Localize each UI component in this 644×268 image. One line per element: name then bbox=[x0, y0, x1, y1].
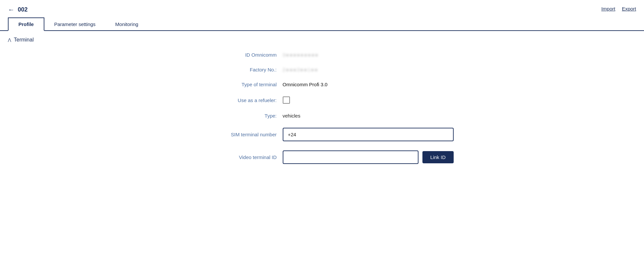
link-id-button[interactable]: Link ID bbox=[422, 151, 454, 163]
sim-row: SIM terminal number bbox=[0, 128, 644, 141]
tabs-container: Profile Parameter settings Monitoring bbox=[0, 17, 644, 31]
use-as-refueler-checkbox[interactable] bbox=[283, 96, 290, 104]
top-bar: ← 002 Import Export bbox=[0, 0, 644, 13]
type-value: vehicles bbox=[283, 113, 454, 119]
type-row: Type: vehicles bbox=[0, 113, 644, 119]
video-input-wrap: Link ID bbox=[283, 150, 454, 164]
factory-no-value: 2●●●3●●1●● bbox=[283, 67, 454, 72]
export-link[interactable]: Export bbox=[622, 6, 636, 12]
id-omnicomm-value: 3●●●●●●●●● bbox=[283, 52, 454, 58]
video-id-label: Video terminal ID bbox=[191, 154, 283, 160]
terminal-section-title: Terminal bbox=[14, 37, 34, 43]
terminal-section-header[interactable]: ⋀ Terminal bbox=[0, 31, 644, 49]
use-as-refueler-label: Use as a refueler: bbox=[191, 97, 283, 103]
type-of-terminal-label: Type of terminal bbox=[191, 82, 283, 87]
factory-no-label: Factory No.: bbox=[191, 67, 283, 72]
factory-no-row: Factory No.: 2●●●3●●1●● bbox=[0, 67, 644, 72]
sim-input[interactable] bbox=[283, 128, 454, 141]
back-button[interactable]: ← bbox=[8, 6, 14, 13]
chevron-up-icon: ⋀ bbox=[8, 38, 11, 42]
use-as-refueler-checkbox-wrap bbox=[283, 96, 454, 104]
type-of-terminal-value: Omnicomm Profi 3.0 bbox=[283, 82, 454, 87]
page-id: 002 bbox=[18, 6, 28, 13]
use-as-refueler-row: Use as a refueler: bbox=[0, 96, 644, 104]
sim-label: SIM terminal number bbox=[191, 132, 283, 137]
id-omnicomm-label: ID Omnicomm bbox=[191, 52, 283, 58]
top-actions: Import Export bbox=[601, 6, 636, 12]
tab-parameter-settings[interactable]: Parameter settings bbox=[44, 18, 106, 30]
video-id-row: Video terminal ID Link ID bbox=[0, 150, 644, 164]
type-of-terminal-row: Type of terminal Omnicomm Profi 3.0 bbox=[0, 82, 644, 87]
tab-monitoring[interactable]: Monitoring bbox=[106, 18, 148, 30]
id-omnicomm-row: ID Omnicomm 3●●●●●●●●● bbox=[0, 52, 644, 58]
video-id-input[interactable] bbox=[283, 150, 418, 164]
type-label: Type: bbox=[191, 113, 283, 119]
profile-form: ID Omnicomm 3●●●●●●●●● Factory No.: 2●●●… bbox=[0, 49, 644, 183]
import-link[interactable]: Import bbox=[601, 6, 615, 12]
tab-profile[interactable]: Profile bbox=[8, 17, 44, 31]
back-icon: ← bbox=[8, 6, 14, 13]
